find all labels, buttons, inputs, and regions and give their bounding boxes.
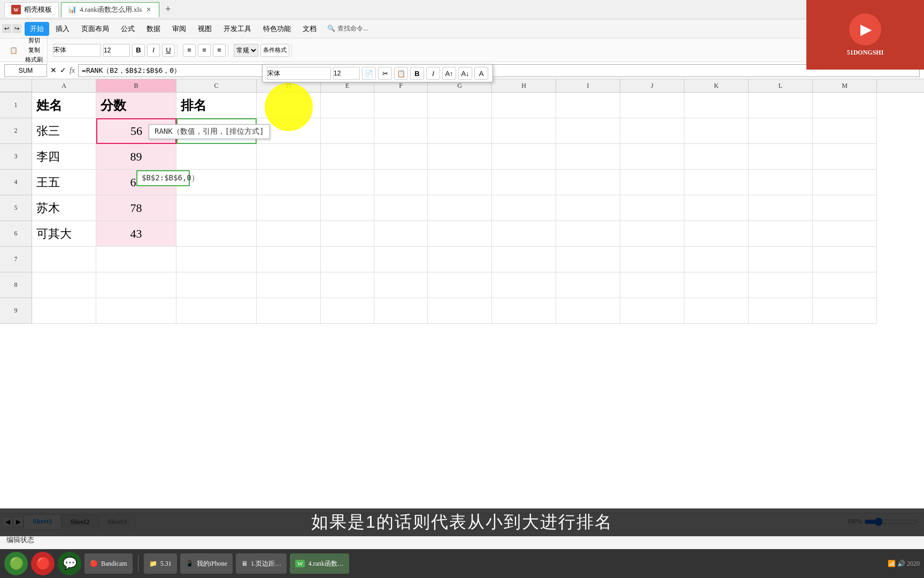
cell-h7[interactable]	[492, 247, 556, 272]
cell-f9[interactable]	[374, 298, 428, 324]
menu-start[interactable]: 开始	[25, 22, 49, 36]
format-paint-button[interactable]: 格式刷	[23, 55, 45, 64]
cell-l5[interactable]	[749, 195, 813, 221]
cell-g7[interactable]	[428, 247, 492, 272]
float-a-down-button[interactable]: A↓	[458, 67, 472, 80]
style-selector[interactable]: 常规	[234, 44, 258, 57]
cell-d1[interactable]	[257, 93, 321, 118]
cell-l1[interactable]	[749, 93, 813, 118]
cell-e2[interactable]	[321, 118, 374, 144]
cell-j2[interactable]	[620, 118, 684, 144]
cell-g8[interactable]	[428, 272, 492, 298]
cell-i6[interactable]	[556, 221, 620, 247]
cell-g5[interactable]	[428, 195, 492, 221]
cell-c3[interactable]	[176, 144, 257, 170]
float-size-selector[interactable]	[333, 67, 360, 80]
cell-m9[interactable]	[813, 298, 877, 324]
cell-h1[interactable]	[492, 93, 556, 118]
cell-d3[interactable]	[257, 144, 321, 170]
cell-g1[interactable]	[428, 93, 492, 118]
play-button[interactable]: ▶	[849, 13, 881, 45]
cell-f7[interactable]	[374, 247, 428, 272]
cell-b5[interactable]: 78	[96, 195, 176, 221]
underline-button[interactable]: U	[162, 44, 175, 57]
cell-d7[interactable]	[257, 247, 321, 272]
cell-i1[interactable]	[556, 93, 620, 118]
cell-h9[interactable]	[492, 298, 556, 324]
cancel-formula-icon[interactable]: ✕	[50, 66, 57, 75]
tab-rank[interactable]: 📊 4.rank函数怎么用.xls ✕	[61, 2, 159, 17]
taskbar-icon-green[interactable]: 🟢	[4, 552, 28, 575]
menu-special[interactable]: 特色功能	[258, 22, 296, 36]
cell-k1[interactable]	[684, 93, 749, 118]
cell-m3[interactable]	[813, 144, 877, 170]
cell-c7[interactable]	[176, 247, 257, 272]
paste-button[interactable]: 📋	[6, 45, 21, 55]
cell-f4[interactable]	[374, 170, 428, 195]
taskbar-rank[interactable]: W 4.rank函数…	[290, 553, 349, 574]
align-center-button[interactable]: ≡	[198, 44, 211, 57]
cell-f6[interactable]	[374, 221, 428, 247]
taskbar-bandicam[interactable]: 🔴 Bandicam	[84, 553, 133, 574]
align-left-button[interactable]: ≡	[183, 44, 196, 57]
font-selector[interactable]	[53, 44, 101, 57]
cell-h3[interactable]	[492, 144, 556, 170]
cell-d6[interactable]	[257, 221, 321, 247]
taskbar-page-margin[interactable]: 🖥 1.页边距…	[236, 553, 287, 574]
taskbar-icon-wechat[interactable]: 💬	[58, 552, 81, 575]
cell-f5[interactable]	[374, 195, 428, 221]
cell-k2[interactable]	[684, 118, 749, 144]
cell-m4[interactable]	[813, 170, 877, 195]
menu-insert[interactable]: 插入	[50, 22, 75, 36]
cell-e1[interactable]	[321, 93, 374, 118]
cut-button[interactable]: 剪切	[23, 36, 45, 45]
cell-m1[interactable]	[813, 93, 877, 118]
cell-a3[interactable]: 李四	[32, 144, 96, 170]
cell-k4[interactable]	[684, 170, 749, 195]
float-a-up-button[interactable]: A↑	[442, 67, 456, 80]
cell-a8[interactable]	[32, 272, 96, 298]
bold-button[interactable]: B	[132, 44, 145, 57]
cell-a2[interactable]: 张三	[32, 118, 96, 144]
cell-d9[interactable]	[257, 298, 321, 324]
cell-k6[interactable]	[684, 221, 749, 247]
cell-j4[interactable]	[620, 170, 684, 195]
cell-f3[interactable]	[374, 144, 428, 170]
cell-b8[interactable]	[96, 272, 176, 298]
cell-e9[interactable]	[321, 298, 374, 324]
cell-h2[interactable]	[492, 118, 556, 144]
cell-c5[interactable]	[176, 195, 257, 221]
float-copy-icon[interactable]: 📄	[362, 67, 376, 80]
cell-h5[interactable]	[492, 195, 556, 221]
cell-a4[interactable]: 王五	[32, 170, 96, 195]
search-area[interactable]: 🔍 查找命令...	[327, 24, 368, 33]
cell-e3[interactable]	[321, 144, 374, 170]
taskbar-531[interactable]: 📁 5.31	[144, 553, 177, 574]
cell-j3[interactable]	[620, 144, 684, 170]
tab-close-button[interactable]: ✕	[145, 6, 152, 13]
cell-l4[interactable]	[749, 170, 813, 195]
cell-m5[interactable]	[813, 195, 877, 221]
cell-j7[interactable]	[620, 247, 684, 272]
cell-b1[interactable]: 分数	[96, 93, 176, 118]
cell-a5[interactable]: 苏木	[32, 195, 96, 221]
tab-add-button[interactable]: +	[161, 3, 174, 16]
float-font-selector[interactable]	[267, 67, 331, 80]
menu-devtools[interactable]: 开发工具	[218, 22, 257, 36]
taskbar-icon-record[interactable]: 🔴	[31, 552, 55, 575]
cell-j6[interactable]	[620, 221, 684, 247]
float-a-color-button[interactable]: A	[474, 67, 488, 80]
cell-k8[interactable]	[684, 272, 749, 298]
float-paste-icon[interactable]: 📋	[394, 67, 408, 80]
cell-c6[interactable]	[176, 221, 257, 247]
cell-c8[interactable]	[176, 272, 257, 298]
cell-d8[interactable]	[257, 272, 321, 298]
redo-button[interactable]: ↪	[12, 24, 21, 33]
cell-c1[interactable]: 排名	[176, 93, 257, 118]
cell-l9[interactable]	[749, 298, 813, 324]
menu-view[interactable]: 视图	[192, 22, 217, 36]
cell-k3[interactable]	[684, 144, 749, 170]
cell-a9[interactable]	[32, 298, 96, 324]
cell-e7[interactable]	[321, 247, 374, 272]
cell-k7[interactable]	[684, 247, 749, 272]
